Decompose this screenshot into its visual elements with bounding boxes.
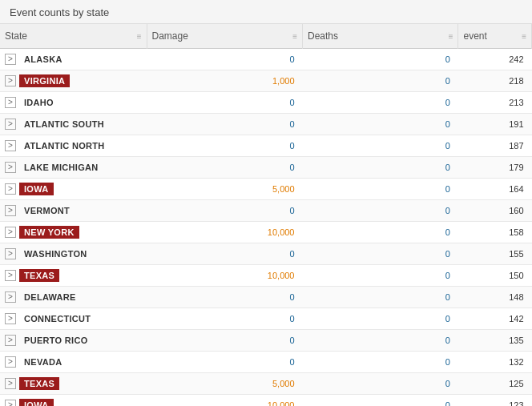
event-cell: 155 xyxy=(458,243,532,265)
damage-cell: 0 xyxy=(147,49,302,70)
event-value: 123 xyxy=(509,400,523,406)
event-cell: 150 xyxy=(458,265,532,287)
expand-button[interactable]: > xyxy=(5,75,16,86)
damage-cell: 0 xyxy=(147,157,302,179)
deaths-value: 0 xyxy=(445,336,450,345)
deaths-filter-icon[interactable]: ≡ xyxy=(449,32,453,41)
expand-button[interactable]: > xyxy=(5,291,16,303)
state-cell: > LAKE MICHIGAN xyxy=(0,157,147,179)
state-label: TEXAS xyxy=(19,269,59,282)
state-label: PUERTO RICO xyxy=(19,334,93,347)
table-row: > CONNECTICUT 00142 xyxy=(0,308,532,330)
expand-button[interactable]: > xyxy=(5,270,16,281)
col-header-deaths: Deaths ≡ xyxy=(303,24,458,49)
event-cell: 148 xyxy=(458,287,532,308)
deaths-cell: 0 xyxy=(303,92,458,114)
event-cell: 158 xyxy=(458,222,532,243)
expand-button[interactable]: > xyxy=(5,183,16,195)
expand-button[interactable]: > xyxy=(5,119,16,130)
deaths-value: 0 xyxy=(445,379,450,388)
table-row: > LAKE MICHIGAN 00179 xyxy=(0,157,532,179)
expand-button[interactable]: > xyxy=(5,97,16,108)
event-value: 150 xyxy=(509,271,523,280)
table-row: > NEW YORK 10,0000158 xyxy=(0,222,532,243)
expand-button[interactable]: > xyxy=(5,248,16,259)
state-label: WASHINGTON xyxy=(19,247,92,260)
state-cell: > WASHINGTON xyxy=(0,243,147,265)
damage-value: 10,000 xyxy=(268,227,295,237)
event-filter-icon[interactable]: ≡ xyxy=(522,32,526,41)
deaths-value: 0 xyxy=(445,249,450,259)
event-cell: 160 xyxy=(458,200,532,222)
damage-cell: 0 xyxy=(147,200,302,222)
damage-value: 5,000 xyxy=(272,379,295,388)
event-value: 158 xyxy=(509,227,523,237)
damage-cell: 0 xyxy=(147,352,302,373)
event-value: 164 xyxy=(509,184,523,194)
event-cell: 213 xyxy=(458,92,532,114)
col-header-state: State ≡ xyxy=(0,24,147,49)
deaths-cell: 0 xyxy=(303,49,458,70)
event-value: 187 xyxy=(509,141,523,151)
deaths-value: 0 xyxy=(445,357,450,367)
damage-value: 10,000 xyxy=(268,400,295,406)
deaths-cell: 0 xyxy=(303,200,458,222)
expand-button[interactable]: > xyxy=(5,400,16,406)
damage-value: 0 xyxy=(289,141,294,151)
event-value: 135 xyxy=(509,336,523,345)
deaths-cell: 0 xyxy=(303,135,458,157)
state-cell: > DELAWARE xyxy=(0,287,147,308)
deaths-value: 0 xyxy=(445,292,450,302)
deaths-cell: 0 xyxy=(303,157,458,179)
expand-button[interactable]: > xyxy=(5,313,16,324)
event-cell: 142 xyxy=(458,308,532,330)
deaths-cell: 0 xyxy=(303,330,458,352)
deaths-value: 0 xyxy=(445,54,450,64)
damage-value: 0 xyxy=(289,206,294,215)
damage-cell: 10,000 xyxy=(147,265,302,287)
state-cell: > TEXAS xyxy=(0,373,147,395)
state-filter-icon[interactable]: ≡ xyxy=(137,32,142,41)
state-label: NEVADA xyxy=(19,356,66,368)
event-value: 155 xyxy=(509,249,523,259)
damage-value: 1,000 xyxy=(272,76,295,86)
deaths-value: 0 xyxy=(445,227,450,237)
state-label: TEXAS xyxy=(19,377,59,390)
deaths-value: 0 xyxy=(445,76,450,86)
state-cell: > ATLANTIC SOUTH xyxy=(0,114,147,135)
damage-cell: 0 xyxy=(147,92,302,114)
state-label: LAKE MICHIGAN xyxy=(19,161,103,174)
damage-value: 0 xyxy=(289,98,294,107)
deaths-value: 0 xyxy=(445,163,450,172)
deaths-cell: 0 xyxy=(303,373,458,395)
state-label: CONNECTICUT xyxy=(19,312,95,325)
state-cell: > TEXAS xyxy=(0,265,147,287)
expand-button[interactable]: > xyxy=(5,335,16,346)
damage-value: 0 xyxy=(289,292,294,302)
damage-cell: 0 xyxy=(147,287,302,308)
expand-button[interactable]: > xyxy=(5,140,16,151)
state-cell: > NEVADA xyxy=(0,352,147,373)
deaths-value: 0 xyxy=(445,400,450,406)
expand-button[interactable]: > xyxy=(5,205,16,216)
state-cell: > IDAHO xyxy=(0,92,147,114)
deaths-value: 0 xyxy=(445,98,450,107)
damage-filter-icon[interactable]: ≡ xyxy=(292,32,297,41)
damage-cell: 10,000 xyxy=(147,395,302,407)
state-cell: > ALASKA xyxy=(0,49,147,70)
deaths-value: 0 xyxy=(445,314,450,324)
damage-value: 0 xyxy=(289,314,294,324)
state-label: ATLANTIC SOUTH xyxy=(19,118,109,131)
deaths-cell: 0 xyxy=(303,70,458,92)
event-value: 213 xyxy=(509,98,523,107)
expand-button[interactable]: > xyxy=(5,162,16,173)
expand-button[interactable]: > xyxy=(5,54,16,65)
state-label: IDAHO xyxy=(19,96,58,109)
damage-value: 10,000 xyxy=(268,271,295,280)
expand-button[interactable]: > xyxy=(5,356,16,368)
damage-cell: 5,000 xyxy=(147,373,302,395)
damage-cell: 0 xyxy=(147,243,302,265)
expand-button[interactable]: > xyxy=(5,378,16,389)
expand-button[interactable]: > xyxy=(5,227,16,238)
page-title: Event counts by state xyxy=(0,0,532,24)
